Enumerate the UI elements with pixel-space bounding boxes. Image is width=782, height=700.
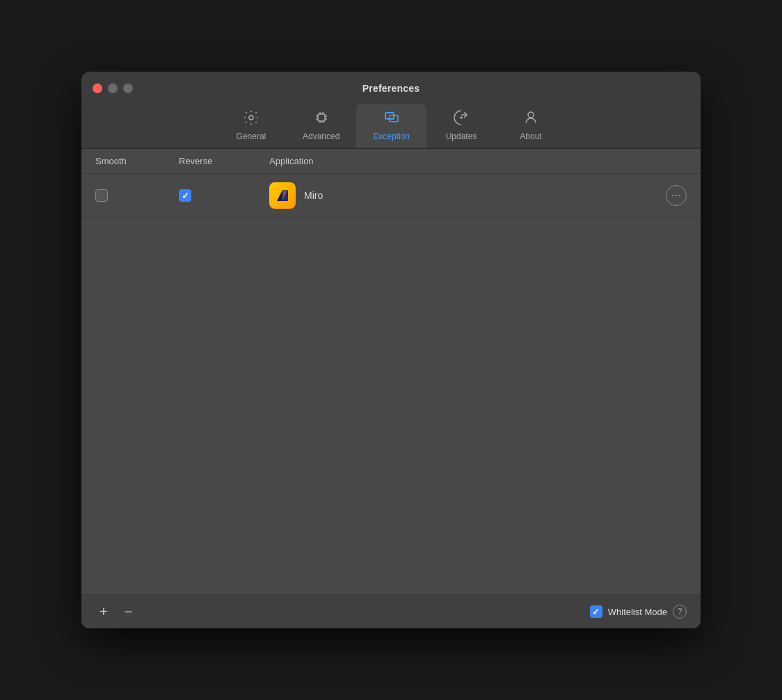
smooth-checkbox-cell xyxy=(95,189,179,202)
tab-advanced-label: Advanced xyxy=(303,132,340,141)
bottom-bar: + − ✓ Whitelist Mode ? xyxy=(81,594,701,628)
add-remove-buttons: + − xyxy=(95,603,136,620)
col-smooth-header: Smooth xyxy=(95,156,179,166)
tab-advanced[interactable]: Advanced xyxy=(286,104,356,148)
tab-bar: General Advanced xyxy=(93,104,689,148)
traffic-lights xyxy=(93,83,133,93)
svg-point-0 xyxy=(249,116,253,120)
content-area: Smooth Reverse Application ✓ xyxy=(81,149,701,628)
add-button[interactable]: + xyxy=(95,603,112,620)
svg-marker-7 xyxy=(277,190,282,201)
list-area: ✓ Miro ··· xyxy=(81,174,701,594)
col-reverse-header: Reverse xyxy=(179,156,269,166)
tab-updates-label: Updates xyxy=(446,132,477,141)
app-icon-miro xyxy=(269,182,296,209)
titlebar: Preferences General xyxy=(81,72,701,149)
svg-point-5 xyxy=(461,117,462,118)
column-header: Smooth Reverse Application xyxy=(81,149,701,174)
more-options-button[interactable]: ··· xyxy=(666,185,687,206)
window-title: Preferences xyxy=(362,83,420,94)
tab-about[interactable]: About xyxy=(496,104,566,148)
col-application-header: Application xyxy=(269,156,687,166)
reverse-checkbox[interactable]: ✓ xyxy=(179,189,191,202)
person-icon xyxy=(522,109,539,129)
tab-general-label: General xyxy=(237,132,266,141)
tab-about-label: About xyxy=(520,132,541,141)
tab-exception-label: Exception xyxy=(373,132,410,141)
app-name-miro: Miro xyxy=(304,190,323,201)
chip-icon xyxy=(313,109,330,129)
reverse-checkbox-cell: ✓ xyxy=(179,189,269,202)
tab-general[interactable]: General xyxy=(216,104,286,148)
svg-rect-1 xyxy=(318,114,325,121)
whitelist-checkbox[interactable]: ✓ xyxy=(590,605,603,618)
minimize-button[interactable] xyxy=(108,83,118,93)
titlebar-top: Preferences xyxy=(93,83,689,94)
maximize-button[interactable] xyxy=(123,83,133,93)
app-info: Miro xyxy=(269,182,666,209)
whitelist-area: ✓ Whitelist Mode ? xyxy=(590,605,687,619)
help-icon[interactable]: ? xyxy=(673,605,687,619)
remove-button[interactable]: − xyxy=(120,603,137,620)
tab-exception[interactable]: Exception xyxy=(356,104,426,148)
close-button[interactable] xyxy=(93,83,102,93)
preferences-window: Preferences General xyxy=(81,72,701,628)
svg-point-6 xyxy=(528,112,534,118)
tab-updates[interactable]: Updates xyxy=(426,104,496,148)
gear-icon xyxy=(243,109,260,129)
svg-marker-9 xyxy=(282,190,288,201)
table-row: ✓ Miro ··· xyxy=(81,174,701,218)
updates-icon xyxy=(453,109,470,129)
smooth-checkbox[interactable] xyxy=(95,189,108,202)
exception-icon xyxy=(383,109,400,129)
whitelist-label: Whitelist Mode xyxy=(608,607,667,617)
